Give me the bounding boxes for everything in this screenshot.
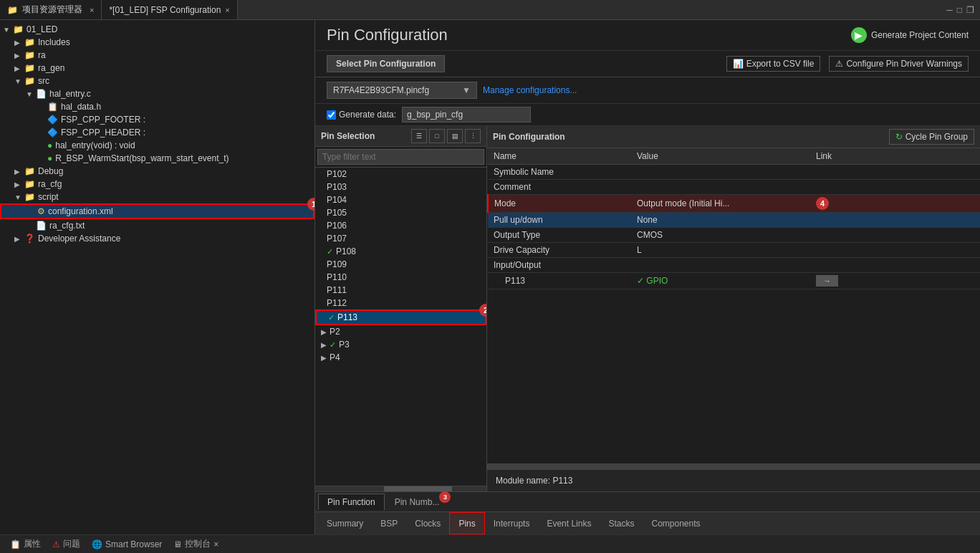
folder-icon: 📁: [7, 5, 18, 15]
pin-item-p109[interactable]: P109: [315, 258, 486, 271]
bottom-tab-pins[interactable]: Pins: [449, 512, 484, 534]
status-bar: 📋 属性 ⚠ 问题 🌐 Smart Browser 🖥 控制台 ×: [0, 534, 980, 553]
pin-item-p110[interactable]: P110: [315, 271, 486, 284]
pin-item-p2[interactable]: ▶ P2: [315, 325, 486, 338]
tree-item-developer-assistance[interactable]: ▶ ❓ Developer Assistance: [0, 232, 314, 245]
pin-item-p106[interactable]: P106: [315, 219, 486, 232]
pin-item-p107[interactable]: P107: [315, 232, 486, 245]
tree-item-includes[interactable]: ▶ 📁 Includes: [0, 36, 314, 49]
symbol-icon: 🔷: [47, 115, 58, 125]
pin-icon-btn-4[interactable]: ⋮: [465, 129, 481, 143]
generate-icon: ▶: [851, 27, 867, 43]
tree-item-src[interactable]: ▼ 📁 src: [0, 74, 314, 87]
tree-item-fsp-header[interactable]: 🔷 FSP_CPP_HEADER :: [0, 126, 314, 139]
pin-tabs-bar: Pin Function Pin Numb... 3: [315, 491, 980, 511]
tree-item-01led[interactable]: ▼ 📁 01_LED: [0, 23, 314, 36]
pin-item-p113[interactable]: ✓ P113 2: [315, 309, 486, 325]
pin-icon-btn-2[interactable]: □: [429, 129, 445, 143]
bottom-tab-clocks[interactable]: Clocks: [406, 512, 449, 534]
page-title: Pin Configuration: [327, 26, 448, 44]
minimize-btn[interactable]: ─: [946, 5, 953, 15]
pin-item-p111[interactable]: P111: [315, 284, 486, 297]
circle-green-icon: ●: [47, 153, 52, 163]
bottom-tab-summary[interactable]: Summary: [318, 512, 372, 534]
tree-label: Developer Assistance: [38, 234, 120, 244]
pin-tab-function[interactable]: Pin Function: [318, 494, 385, 510]
status-console[interactable]: 🖥 控制台 ×: [169, 538, 223, 550]
generate-data-checkbox[interactable]: [327, 110, 336, 120]
manage-configurations-link[interactable]: Manage configurations...: [483, 85, 577, 95]
pin-item-p103[interactable]: P103: [315, 181, 486, 193]
status-smart-browser[interactable]: 🌐 Smart Browser: [87, 539, 166, 549]
tree-label: R_BSP_WarmStart(bsp_warm_start_event_t): [55, 153, 229, 163]
cycle-pin-group-btn[interactable]: ↻ Cycle Pin Group: [889, 129, 974, 145]
pin-filter-input[interactable]: [317, 149, 484, 165]
pin-item-p4[interactable]: ▶ P4: [315, 351, 486, 364]
pin-item-p104[interactable]: P104: [315, 193, 486, 206]
table-row-mode[interactable]: Mode Output mode (Initial Hi... 4: [488, 195, 980, 213]
tree-item-warmstart[interactable]: ● R_BSP_WarmStart(bsp_warm_start_event_t…: [0, 152, 314, 165]
generate-project-btn[interactable]: ▶ Generate Project Content: [851, 27, 969, 43]
console-close-icon[interactable]: ×: [213, 539, 218, 549]
tree-item-ra-cfg[interactable]: ▶ 📁 ra_cfg: [0, 178, 314, 191]
restore-btn[interactable]: ❐: [966, 5, 974, 15]
config-dropdown[interactable]: R7FA4E2B93CFM.pincfg ▼: [327, 82, 477, 99]
tab-project-manager[interactable]: 📁 项目资源管理器 ×: [0, 0, 102, 19]
pin-icon-btn-1[interactable]: ☰: [411, 129, 427, 143]
pin-item-p105[interactable]: P105: [315, 206, 486, 219]
table-row-pullupdown[interactable]: Pull up/down None: [488, 213, 980, 228]
bottom-tab-bsp[interactable]: BSP: [372, 512, 406, 534]
bottom-tab-event-links[interactable]: Event Links: [538, 512, 600, 534]
tree-item-script[interactable]: ▼ 📁 script: [0, 191, 314, 203]
generate-data-input[interactable]: [402, 107, 531, 122]
tree-item-configuration-xml[interactable]: ⚙ configuration.xml 1: [0, 203, 314, 219]
configure-pin-driver-btn[interactable]: ⚠ Configure Pin Driver Warnings: [829, 56, 969, 72]
file-c-icon: 📄: [36, 89, 47, 99]
tree-item-ra-cfg-txt[interactable]: 📄 ra_cfg.txt: [0, 219, 314, 232]
gear-icon: ⚙: [37, 206, 45, 216]
export-csv-btn[interactable]: 📊 Export to CSV file: [726, 56, 821, 72]
config-dropdown-row: R7FA4E2B93CFM.pincfg ▼ Manage configurat…: [315, 77, 980, 104]
csv-icon: 📊: [733, 59, 744, 69]
tree-item-debug[interactable]: ▶ 📁 Debug: [0, 165, 314, 178]
tree-item-ra-gen[interactable]: ▶ 📁 ra_gen: [0, 62, 314, 74]
symbol-icon: 🔷: [47, 128, 58, 138]
check-icon: ✓: [330, 340, 336, 350]
folder-icon: 📁: [13, 24, 24, 34]
bottom-tab-interrupts[interactable]: Interrupts: [485, 512, 539, 534]
pin-item-p108[interactable]: ✓ P108: [315, 245, 486, 258]
pin-item-p3[interactable]: ▶ ✓ P3: [315, 338, 486, 351]
folder-icon: 📁: [24, 50, 35, 60]
status-properties[interactable]: 📋 属性: [6, 538, 45, 550]
tree-item-hal-entry-void[interactable]: ● hal_entry(void) : void: [0, 139, 314, 152]
split-panel: Pin Selection ☰ □ ▤ ⋮ P102: [315, 126, 980, 491]
tree-item-hal-data[interactable]: 📋 hal_data.h: [0, 100, 314, 113]
pin-item-p112[interactable]: P112: [315, 297, 486, 309]
status-problems[interactable]: ⚠ 问题: [48, 538, 85, 550]
tree-item-ra[interactable]: ▶ 📁 ra: [0, 49, 314, 62]
pin-icon-btn-3[interactable]: ▤: [447, 129, 463, 143]
pin-item-p102[interactable]: P102: [315, 168, 486, 181]
tree-label: FSP_CPP_FOOTER :: [61, 115, 145, 125]
gpio-link-btn[interactable]: →: [816, 275, 838, 287]
bottom-tab-stacks[interactable]: Stacks: [600, 512, 643, 534]
tab-fsp-config[interactable]: *[01_LED] FSP Configuration ×: [102, 0, 237, 19]
bottom-tab-components[interactable]: Components: [643, 512, 708, 534]
chevron-down-icon: ▼: [26, 90, 36, 98]
tree-item-fsp-footer[interactable]: 🔷 FSP_CPP_FOOTER :: [0, 113, 314, 126]
col-value: Value: [631, 148, 810, 165]
close-icon[interactable]: ×: [90, 6, 94, 14]
fsp-tab-close[interactable]: ×: [225, 6, 229, 14]
table-row-input-output: Input/Output: [488, 258, 980, 273]
annotation-badge-2: 2: [479, 304, 486, 317]
tree-label: 01_LED: [27, 24, 57, 34]
pin-tab-number[interactable]: Pin Numb... 3: [386, 494, 448, 510]
console-icon: 🖥: [173, 539, 182, 549]
chevron-down-icon: ▼: [3, 26, 13, 34]
top-tab-bar: 📁 项目资源管理器 × *[01_LED] FSP Configuration …: [0, 0, 980, 20]
tree-item-hal-entry[interactable]: ▼ 📄 hal_entry.c: [0, 87, 314, 100]
chevron-right-icon: ▶: [14, 181, 24, 188]
cycle-icon: ↻: [895, 132, 903, 142]
pin-config-header: Pin Configuration ↻ Cycle Pin Group: [487, 126, 980, 148]
maximize-btn[interactable]: □: [957, 5, 962, 15]
